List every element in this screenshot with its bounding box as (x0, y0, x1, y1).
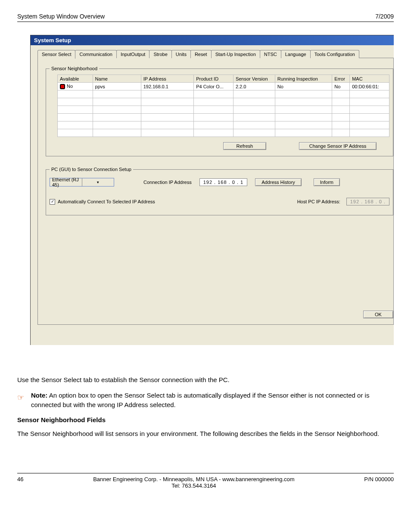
table-row (58, 106, 389, 114)
cell-error: No (332, 83, 350, 90)
tab-input-output[interactable]: InputOutput (116, 50, 150, 58)
address-history-button[interactable]: Address History (255, 178, 302, 186)
neighborhood-buttons: Refresh Change Sensor IP Address (50, 137, 389, 150)
status-indicator-icon (60, 84, 65, 89)
table-row (58, 129, 389, 137)
col-available[interactable]: Available (58, 75, 93, 83)
ok-button[interactable]: OK (363, 311, 393, 318)
tab-ntsc[interactable]: NTSC (260, 50, 281, 58)
connection-ip-input[interactable]: 192 . 168 . 0 . 1 (199, 178, 247, 186)
body-text: Use the Sensor Select tab to establish t… (17, 375, 394, 439)
table-row (58, 90, 389, 98)
header-right: 7/2009 (375, 13, 394, 20)
auto-connect-label: Automatically Connect To Selected IP Add… (58, 199, 155, 204)
footer-pn: P/N 000000 (364, 476, 394, 482)
note-label: Note: (31, 392, 47, 399)
col-error[interactable]: Error (332, 75, 350, 83)
pointing-hand-icon (17, 392, 27, 399)
col-mac[interactable]: MAC (350, 75, 389, 83)
connection-type-select[interactable]: Ethernet (RJ 45) ▼ (50, 178, 114, 187)
col-sensor-version[interactable]: Sensor Version (233, 75, 275, 83)
section-body: The Sensor Neighborhood will list sensor… (17, 429, 394, 439)
note-text: An option box to open the Sensor Select … (31, 392, 369, 408)
page-footer: 46 Banner Engineering Corp. - Minneapoli… (17, 473, 394, 489)
cell-ip: 192.168.0.1 (141, 83, 193, 90)
tab-strobe[interactable]: Strobe (149, 50, 171, 58)
sensor-select-panel: Sensor Neighborhood Available Name IP Ad… (37, 58, 394, 325)
tab-strip: Sensor Select Communication InputOutput … (37, 50, 394, 58)
section-heading: Sensor Neighborhood Fields (17, 415, 394, 425)
change-ip-button[interactable]: Change Sensor IP Address (299, 142, 377, 150)
tab-start-up-inspection[interactable]: Start-Up Inspection (211, 50, 260, 58)
note-block: Note: An option box to open the Sensor S… (17, 391, 394, 410)
tab-sensor-select[interactable]: Sensor Select (37, 50, 75, 59)
col-running-inspection[interactable]: Running Inspection (275, 75, 332, 83)
tab-units[interactable]: Units (171, 50, 191, 58)
footer-company: Banner Engineering Corp. - Minneapolis, … (93, 476, 295, 482)
tab-reset[interactable]: Reset (190, 50, 212, 58)
host-ip-value: 192 . 168 . 0 . (346, 198, 389, 205)
tab-communication[interactable]: Communication (75, 50, 116, 58)
cell-mac: 00:D0:66:01: (350, 83, 389, 90)
page-number: 46 (17, 476, 23, 482)
col-product-id[interactable]: Product ID (194, 75, 234, 83)
page-header: System Setup Window Overview 7/2009 (17, 13, 394, 22)
cell-running: No (275, 83, 332, 90)
auto-connect-checkbox[interactable]: ✓ (50, 199, 55, 205)
connection-ip-label: Connection IP Address (143, 180, 192, 185)
cell-product: P4 Color O... (194, 83, 234, 90)
sensor-table[interactable]: Available Name IP Address Product ID Sen… (57, 75, 389, 137)
connection-setup-group: PC (GUI) to Sensor Connection Setup Ethe… (46, 167, 393, 215)
sensor-neighborhood-group: Sensor Neighborhood Available Name IP Ad… (46, 66, 393, 156)
header-left: System Setup Window Overview (17, 13, 105, 20)
table-row (58, 121, 389, 129)
sensor-neighborhood-legend: Sensor Neighborhood (50, 66, 99, 71)
refresh-button[interactable]: Refresh (223, 142, 266, 150)
cell-name: ppvs (93, 83, 141, 90)
inform-button[interactable]: Inform (314, 178, 340, 186)
chevron-down-icon: ▼ (82, 178, 114, 186)
window-title: System Setup (31, 35, 394, 45)
cell-available: No (58, 83, 93, 90)
table-header-row: Available Name IP Address Product ID Sen… (58, 75, 389, 83)
host-ip-label: Host PC IP Address: (297, 199, 340, 204)
table-row (58, 98, 389, 106)
tab-tools-configuration[interactable]: Tools Configuration (310, 50, 359, 58)
footer-tel: Tel: 763.544.3164 (171, 482, 216, 489)
col-name[interactable]: Name (93, 75, 141, 83)
intro-paragraph: Use the Sensor Select tab to establish t… (17, 375, 394, 385)
table-row[interactable]: No ppvs 192.168.0.1 P4 Color O... 2.2.0 … (58, 83, 389, 90)
cell-version: 2.2.0 (233, 83, 275, 90)
connection-setup-legend: PC (GUI) to Sensor Connection Setup (50, 167, 133, 172)
col-ip-address[interactable]: IP Address (141, 75, 193, 83)
connection-type-value: Ethernet (RJ 45) (50, 177, 82, 187)
table-row (58, 114, 389, 121)
tab-language[interactable]: Language (281, 50, 311, 58)
system-setup-window: System Setup Sensor Select Communication… (30, 35, 394, 345)
